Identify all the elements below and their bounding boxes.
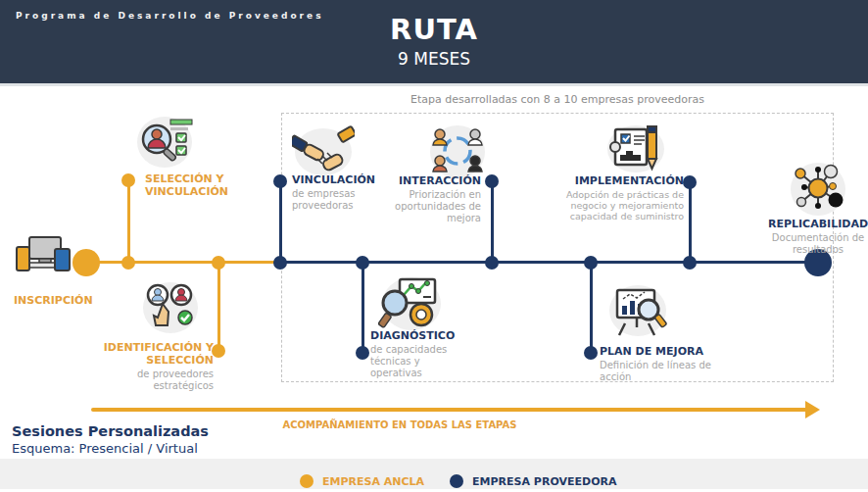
sessions-title: Sesiones Personalizadas <box>12 423 209 439</box>
accompaniment-label: ACOMPAÑAMIENTO EN TODAS LAS ETAPAS <box>274 419 525 430</box>
header-banner: Programa de Desarrollo de Proveedores RU… <box>0 0 868 86</box>
stage-seleccion: SELECCIÓN Y VINCULACIÓN <box>145 172 243 198</box>
connector-vinculacion <box>279 180 282 263</box>
page-title: RUTA <box>0 13 868 46</box>
timeline-node <box>273 256 287 270</box>
timeline-anchor-segment <box>86 261 281 264</box>
legend: EMPRESA ANCLA EMPRESA PROVEEDORA <box>300 474 616 488</box>
stage-desc: Priorización en oportunidades de mejora <box>370 189 481 224</box>
stage-implementacion: IMPLEMENTACIÓN Adopción de prácticas de … <box>549 174 684 221</box>
timeline-node <box>121 173 135 187</box>
stage-desc: Adopción de prácticas de negocio y mejor… <box>549 189 684 221</box>
stage-title: SELECCIÓN Y VINCULACIÓN <box>145 172 243 198</box>
stage-title: REPLICABILIDAD <box>767 218 868 230</box>
stage-desc: Documentación de resultados <box>767 232 868 256</box>
accompaniment-arrow <box>91 408 807 412</box>
select-users-icon <box>139 280 202 343</box>
timeline-node <box>584 346 598 360</box>
anchor-company-dot-icon <box>300 474 313 488</box>
devices-icon <box>14 235 71 292</box>
stage-replicabilidad: REPLICABILIDAD Documentación de resultad… <box>767 218 868 256</box>
stage-title: PLAN DE MEJORA <box>600 345 723 358</box>
infographic-canvas: Programa de Desarrollo de Proveedores RU… <box>0 0 868 492</box>
legend-label-provider: EMPRESA PROVEEDORA <box>472 475 616 488</box>
timeline-node <box>356 346 369 360</box>
timeline-node <box>212 256 225 270</box>
arrow-head-icon <box>805 401 820 418</box>
connector-diagnostico <box>362 263 364 353</box>
stage-interaccion: INTERACCIÓN Priorización en oportunidade… <box>370 174 481 224</box>
sessions-scheme: Esquema: Presencial / Virtual <box>12 441 198 456</box>
group-note: Etapa desarrolladas con 8 a 10 empresas … <box>281 93 834 106</box>
connector-implementacion <box>689 181 692 263</box>
timeline-node <box>356 256 369 270</box>
stage-diagnostico: DIAGNÓSTICO de capacidades técnicas y op… <box>370 329 472 379</box>
stage-title: INSCRIPCIÓN <box>14 294 102 307</box>
page-subtitle: 9 MESES <box>0 49 868 69</box>
stage-title: IDENTIFICACIÓN Y SELECCIÓN <box>102 341 214 367</box>
connector-identificacion <box>217 263 220 351</box>
legend-label-anchor: EMPRESA ANCLA <box>322 475 424 488</box>
stage-plan-de-mejora: PLAN DE MEJORA Definición de líneas de a… <box>600 345 723 383</box>
stage-inscripcion: INSCRIPCIÓN <box>14 294 102 307</box>
stage-desc: de capacidades técnicas y operativas <box>370 344 472 379</box>
timeline-node <box>584 256 598 270</box>
timeline-node <box>212 344 225 358</box>
timeline-node <box>683 256 697 270</box>
connector-interaccion <box>491 180 494 263</box>
diagnostics-icon <box>378 275 445 336</box>
provider-company-dot-icon <box>450 474 463 488</box>
connector-plan-de-mejora <box>590 263 593 353</box>
stage-group-box <box>281 113 834 382</box>
stage-title: DIAGNÓSTICO <box>370 329 472 342</box>
stage-identificacion: IDENTIFICACIÓN Y SELECCIÓN de proveedore… <box>102 341 214 392</box>
search-person-icon <box>135 114 200 174</box>
stage-desc: Definición de líneas de acción <box>600 360 723 383</box>
timeline-node <box>273 174 287 188</box>
network-icon <box>787 161 849 221</box>
timeline-node <box>121 256 135 270</box>
stage-title: INTERACCIÓN <box>370 174 481 187</box>
stage-title: IMPLEMENTACIÓN <box>549 174 684 187</box>
connector-seleccion <box>127 179 130 263</box>
timeline-node <box>683 175 697 189</box>
start-node <box>72 249 100 276</box>
blueprint-pencil-icon <box>603 123 668 180</box>
stage-desc: de proveedores estratégicos <box>102 369 214 392</box>
timeline-node <box>485 256 499 270</box>
chart-board-icon <box>605 284 670 345</box>
